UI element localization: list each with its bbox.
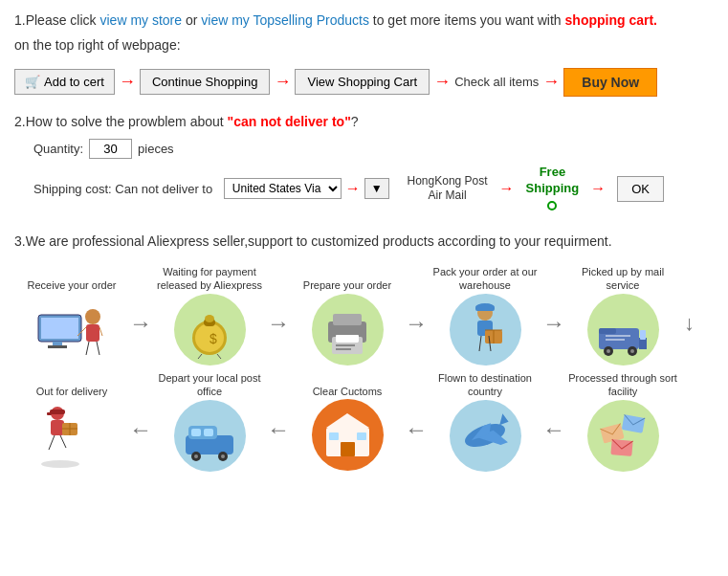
continue-shopping-button[interactable]: Continue Shopping [140,69,271,95]
flow-label-prepare: Prepare your order [303,265,391,292]
section1-after: to get more items you want with [369,12,565,28]
shipping-area: Quantity: pieces Shipping cost: Can not … [33,139,714,213]
section1-text: 1.Please click view my store or view my … [14,10,714,31]
svg-line-7 [99,327,102,336]
flow-icon-pack [447,297,523,364]
add-to-cart-button[interactable]: 🛒 Add to cert [14,69,115,95]
svg-rect-55 [191,429,201,436]
svg-rect-21 [336,344,355,346]
arrow-h1: → [129,312,152,335]
svg-point-52 [41,460,79,468]
svg-line-15 [198,354,202,359]
flow-icon-payment: $ [171,297,248,364]
arrow-down-right: ↓ [684,294,695,334]
svg-point-4 [85,309,100,324]
svg-point-60 [221,454,225,458]
qty-input[interactable] [89,139,132,159]
svg-text:$: $ [210,331,217,346]
qty-label: Quantity: [33,142,83,156]
svg-rect-46 [51,420,64,435]
svg-rect-3 [48,345,67,348]
flow-row1: Receive your order [14,265,714,364]
flow-item-pickup: Picked up by mail service [565,265,680,364]
arrow-h3: → [405,312,428,335]
free-shipping-text: FreeShipping [526,165,580,197]
svg-line-50 [49,435,55,450]
flow-item-postoffice: Depart your local post office [152,371,267,470]
svg-line-51 [60,435,66,448]
shipping-row: Shipping cost: Can not deliver to United… [33,165,714,213]
svg-line-16 [217,354,221,359]
flow-label-postoffice: Depart your local post office [152,371,267,399]
svg-point-58 [194,454,198,458]
arrow3-icon: → [433,72,451,92]
flow-label-payment: Waiting for payment released by Aliexpre… [152,265,267,293]
flow-icon-pickup [585,297,661,364]
cart-icon: 🛒 [25,75,40,89]
arrow-h5: ← [129,418,152,441]
flow-item-pack: Pack your order at our warehouse [428,265,542,364]
ok-button[interactable]: OK [617,176,664,202]
flow-label-customs: Clear Cuctoms [313,371,383,398]
arrow6-icon: → [499,180,515,197]
arrow-h6: ← [267,418,290,441]
hk-post-label: HongKong PostAir Mail [408,174,488,204]
flow-item-prepare: Prepare your order [290,265,405,363]
svg-rect-40 [599,328,616,334]
flow-label-sort: Processed through sort facility [565,371,680,399]
flow-item-sort: Processed through sort facility [565,371,680,470]
flow-label-flight: Flown to destination country [428,371,542,399]
arrow-h4: → [542,312,565,335]
section2-heading: 2.How to solve the prowblem about "can n… [14,114,714,129]
section1-highlight: shopping cart. [565,12,657,28]
arrow5-icon: → [345,180,361,197]
flow-row2: Out for delivery [14,371,714,470]
section3-text: 3.We are professional Aliexpress seller,… [14,231,714,252]
flow-item-payment: Waiting for payment released by Aliexpre… [152,265,267,364]
flow-icon-prepare [309,296,386,363]
flow-icon-customs [309,402,386,469]
svg-rect-35 [640,330,646,340]
arrow7-icon: → [590,180,606,197]
svg-line-8 [86,342,89,355]
svg-marker-62 [326,413,369,428]
quantity-row: Quantity: pieces [33,139,714,159]
buy-now-button[interactable]: Buy Now [563,68,657,97]
svg-line-31 [479,336,481,351]
arrow4-icon: → [542,72,560,92]
svg-rect-65 [357,432,366,440]
svg-point-39 [630,349,634,353]
arrow-h8: ← [542,418,565,441]
section1: 1.Please click view my store or view my … [14,10,714,56]
flow-label-receive: Receive your order [28,265,117,292]
shipping-select[interactable]: United States Via [224,178,342,199]
svg-rect-44 [50,410,65,414]
svg-rect-63 [341,442,355,456]
svg-line-9 [97,342,99,355]
section1-prefix: 1.Please click [14,12,99,28]
flow-label-pack: Pack your order at our warehouse [428,265,542,293]
dropdown-button[interactable]: ▼ [364,178,389,199]
link-topselling[interactable]: view my Topselling Products [201,12,369,28]
flow-icon-flight [447,402,523,469]
svg-rect-22 [336,348,351,350]
arrow2-icon: → [274,72,291,92]
svg-rect-45 [47,412,52,415]
flow-icon-postoffice [171,402,248,469]
section1-mid1: or [182,12,201,28]
flow-label-pickup: Picked up by mail service [565,265,680,293]
flow-item-customs: Clear Cuctoms [290,371,405,469]
hk-post-area: HongKong PostAir Mail → FreeShipping → O… [408,165,664,213]
on-top-line: on the top right of webpage: [14,34,714,55]
svg-rect-72 [622,414,645,433]
arrow-h7: ← [405,418,428,441]
link-view-store[interactable]: view my store [99,12,182,28]
free-shipping-area: FreeShipping [526,165,580,213]
flow-item-outdelivery: Out for delivery [14,371,129,469]
svg-point-37 [607,349,610,353]
radio-indicator [547,201,557,210]
flow-icon-outdelivery [33,402,110,469]
cant-deliver-text: "can not deliver to" [228,114,351,129]
flow-label-outdelivery: Out for delivery [36,371,108,398]
view-cart-button[interactable]: View Shopping Cart [295,69,430,95]
